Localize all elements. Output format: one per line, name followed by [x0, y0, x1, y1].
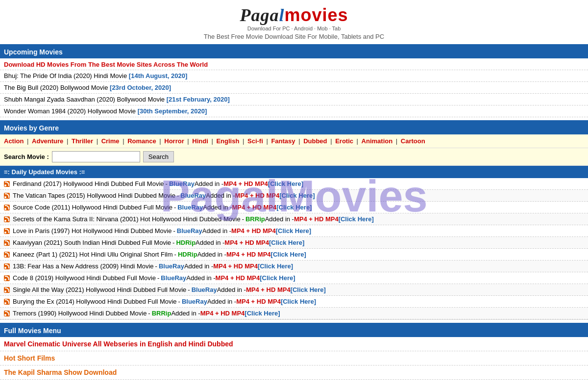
daily-movie-item[interactable]: Ferdinand (2017) Hollywood Hindi Dubbed … — [0, 178, 588, 190]
genre-separator: | — [186, 137, 191, 145]
genre-link-sci-fi[interactable]: Sci-fi — [247, 137, 263, 145]
fullmovies-link[interactable]: Marvel Cinematic Universe All Webseries … — [0, 337, 588, 351]
movie-formats: MP4 + HD MP4 — [223, 180, 268, 187]
movie-title: Kaneez (Part 1) (2021) Hot Hindi Ullu Or… — [13, 251, 173, 258]
genre-link-crime[interactable]: Crime — [101, 137, 120, 145]
genre-separator: | — [394, 137, 399, 145]
movie-click-here[interactable]: [Click Here] — [281, 298, 316, 305]
daily-header: =: Daily Updated Movies := — [0, 166, 588, 178]
daily-movie-item[interactable]: Secrets of the Kama Sutra II: Nirvana (2… — [0, 213, 588, 225]
genre-link-adventure[interactable]: Adventure — [32, 137, 63, 145]
rss-icon — [4, 275, 10, 281]
genre-link-cartoon[interactable]: Cartoon — [401, 137, 425, 145]
rss-icon — [4, 228, 10, 234]
movie-formats: MP4 + HD MP4 — [294, 215, 339, 223]
movie-click-here[interactable]: [Click Here] — [271, 251, 306, 258]
genre-link-english[interactable]: English — [216, 137, 239, 145]
rss-icon — [4, 181, 10, 187]
genre-link-animation[interactable]: Animation — [362, 137, 393, 145]
daily-movie-item[interactable]: 13B: Fear Has a New Address (2009) Hindi… — [0, 261, 588, 272]
genre-link-horror[interactable]: Horror — [164, 137, 184, 145]
movie-formats: MP4 + HD MP4 — [224, 239, 269, 246]
site-header: Pagalmovies Download For PC · Android · … — [0, 0, 588, 44]
daily-movie-item[interactable]: Code 8 (2019) Hollywood Hindi Dubbed Ful… — [0, 272, 588, 284]
fullmovies-link[interactable]: Hot Short Films — [0, 351, 588, 366]
rss-icon — [4, 287, 10, 293]
upcoming-movie-item[interactable]: Wonder Woman 1984 (2020) Hollywood Movie… — [0, 105, 588, 117]
genre-separator: | — [241, 137, 246, 145]
movie-click-here[interactable]: [Click Here] — [268, 180, 303, 187]
search-button[interactable]: Search — [143, 151, 174, 162]
daily-movie-item[interactable]: Source Code (2011) Hollywood Hindi Dubbe… — [0, 202, 588, 213]
movie-title: Love in Paris (1997) Hot Hollywood Hindi… — [13, 227, 172, 235]
daily-movie-item[interactable]: Kaaviyyan (2021) South Indian Hindi Dubb… — [0, 237, 588, 249]
genre-link-dubbed[interactable]: Dubbed — [303, 137, 327, 145]
movie-quality: BRRip — [152, 310, 172, 317]
movie-formats: MP4 + HD MP4 — [246, 286, 291, 293]
daily-movie-item[interactable]: The Vatican Tapes (2015) Hollywood Hindi… — [0, 190, 588, 202]
daily-movie-item[interactable]: Single All the Way (2021) Hollywood Hind… — [0, 284, 588, 296]
logo: Pagalmovies Download For PC · Android · … — [240, 5, 348, 31]
daily-movie-item[interactable]: Kaneez (Part 1) (2021) Hot Hindi Ullu Or… — [0, 249, 588, 261]
genre-separator: | — [95, 137, 100, 145]
genre-link-thriller[interactable]: Thriller — [72, 137, 93, 145]
fullmovies-section: Full Movies Menu Marvel Cinematic Univer… — [0, 323, 588, 380]
movie-click-here[interactable]: [Click Here] — [258, 262, 293, 270]
genre-separator: | — [121, 137, 126, 145]
daily-movie-item[interactable]: Burying the Ex (2014) Hollywood Hindi Du… — [0, 296, 588, 308]
genre-separator: | — [355, 137, 360, 145]
movie-title: The Vatican Tapes (2015) Hollywood Hindi… — [13, 192, 175, 199]
fullmovies-link[interactable]: The Kapil Sharma Show Download — [0, 366, 588, 380]
movie-title: Code 8 (2019) Hollywood Hindi Dubbed Ful… — [13, 274, 156, 282]
genre-link-erotic[interactable]: Erotic — [335, 137, 353, 145]
genre-link-romance[interactable]: Romance — [127, 137, 156, 145]
movie-quality: HDRip — [178, 251, 197, 258]
movie-click-here[interactable]: [Click Here] — [291, 286, 326, 293]
upcoming-movie-item[interactable]: Shubh Mangal Zyada Saavdhan (2020) Bolly… — [0, 94, 588, 105]
search-label: Search Movie : — [4, 153, 49, 160]
movie-click-here[interactable]: [Click Here] — [276, 227, 311, 235]
genre-separator: | — [297, 137, 302, 145]
genre-separator: | — [65, 137, 70, 145]
genre-link-hindi[interactable]: Hindi — [192, 137, 208, 145]
movie-click-here[interactable]: [Click Here] — [245, 310, 280, 317]
movie-click-here[interactable]: [Click Here] — [279, 192, 315, 199]
upcoming-movies-list: Bhuj: The Pride Of India (2020) Hindi Mo… — [0, 70, 588, 117]
movie-quality: BlueRay — [177, 227, 202, 235]
logo-pagal: Pagalmovies — [240, 5, 348, 25]
genre-separator: | — [210, 137, 215, 145]
upcoming-movie-item[interactable]: Bhuj: The Pride Of India (2020) Hindi Mo… — [0, 70, 588, 82]
movie-click-here[interactable]: [Click Here] — [269, 239, 304, 246]
search-input[interactable] — [52, 151, 140, 162]
genre-link-action[interactable]: Action — [4, 137, 24, 145]
search-row: Search Movie : Search — [0, 148, 588, 166]
daily-movie-item[interactable]: Tremors (1990) Hollywood Hindi Dubbed Mo… — [0, 308, 588, 319]
movie-click-here[interactable]: [Click Here] — [260, 274, 295, 282]
movie-formats: MP4 + HD MP4 — [231, 227, 276, 235]
genre-separator: | — [265, 137, 270, 145]
movie-title: Kaaviyyan (2021) South Indian Hindi Dubb… — [13, 239, 171, 246]
movie-quality: BlueRay — [159, 262, 184, 270]
genre-separator: | — [25, 137, 30, 145]
daily-movie-item[interactable]: Love in Paris (1997) Hot Hollywood Hindi… — [0, 225, 588, 237]
genre-link-fantasy[interactable]: Fantasy — [271, 137, 295, 145]
movie-title: Burying the Ex (2014) Hollywood Hindi Du… — [13, 298, 177, 305]
movie-click-here[interactable]: [Click Here] — [276, 204, 312, 211]
daily-section: =: Daily Updated Movies := Ferdinand (20… — [0, 166, 588, 320]
logo-sub: Download For PC · Android · Mob · Tab — [240, 26, 348, 31]
movie-quality: BlueRay — [180, 192, 206, 199]
headline-link[interactable]: Download HD Movies From The Best Movie S… — [0, 58, 588, 70]
movie-quality: BRRip — [245, 215, 265, 223]
movie-formats: MP4 + HD MP4 — [200, 310, 245, 317]
upcoming-header: Upcoming Movies — [0, 46, 588, 58]
movie-quality: BlueRay — [161, 274, 186, 282]
movie-quality: BlueRay — [177, 204, 203, 211]
movie-formats: MP4 + HD MP4 — [216, 274, 260, 282]
movie-title: Secrets of the Kama Sutra II: Nirvana (2… — [13, 215, 241, 223]
logo-tagline: The Best Free Movie Download Site For Mo… — [0, 33, 588, 40]
genre-separator: | — [329, 137, 334, 145]
movie-click-here[interactable]: [Click Here] — [339, 215, 374, 223]
upcoming-movie-item[interactable]: The Big Bull (2020) Bollywood Movie [23r… — [0, 82, 588, 94]
movie-formats: MP4 + HD MP4 — [213, 262, 258, 270]
logo-text: Pagalmovies — [240, 5, 348, 26]
